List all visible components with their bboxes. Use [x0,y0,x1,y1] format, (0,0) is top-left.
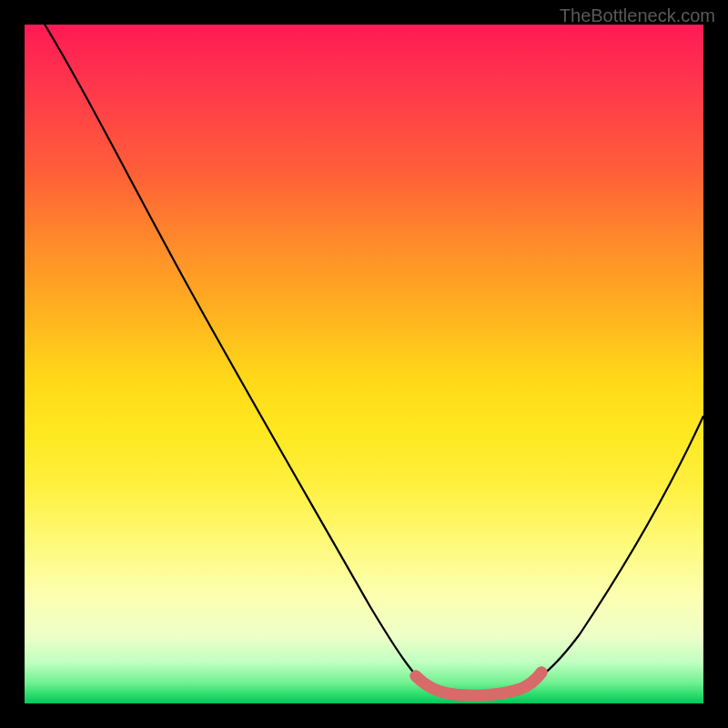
chart-plot-area [25,25,703,703]
optimal-range-highlight [416,672,541,695]
highlight-end-dot [536,667,548,679]
watermark-text: TheBottleneck.com [560,5,715,26]
highlight-start-dot [410,671,422,682]
bottleneck-curve-line [34,25,703,694]
bottleneck-curve-svg [25,25,703,703]
